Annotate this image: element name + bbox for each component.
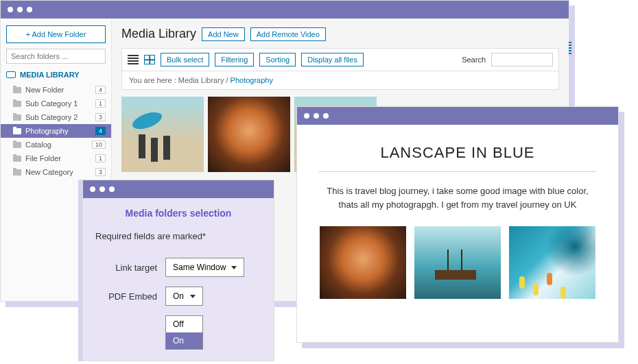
- page-title: Media Library: [121, 27, 196, 41]
- divider: [319, 171, 596, 172]
- window-dot[interactable]: [109, 186, 115, 192]
- pdf-embed-dropdown: OffOn: [165, 315, 203, 350]
- folder-name: New Folder: [25, 86, 64, 94]
- link-target-value: Same Window: [173, 263, 226, 272]
- sidebar-resize-handle[interactable]: [569, 42, 571, 54]
- library-icon: [6, 71, 16, 78]
- link-target-label: Link target: [95, 263, 157, 273]
- folder-icon: [13, 169, 21, 175]
- filtering-button[interactable]: Filtering: [215, 53, 254, 66]
- blog-image[interactable]: [414, 226, 501, 299]
- folder-name: Catalog: [25, 141, 51, 149]
- media-thumbnail[interactable]: [121, 97, 204, 172]
- media-thumbnail[interactable]: [208, 97, 290, 172]
- breadcrumb-current[interactable]: Photography: [231, 76, 273, 84]
- breadcrumb: You are here : Media Library / Photograp…: [121, 71, 559, 90]
- folder-count: 10: [92, 141, 106, 149]
- window-dot[interactable]: [314, 113, 319, 119]
- folder-count: 4: [95, 127, 106, 135]
- bulk-select-button[interactable]: Bulk select: [161, 53, 209, 66]
- folder-icon: [13, 156, 21, 162]
- sidebar-heading-label: MEDIA LIBRARY: [20, 71, 80, 79]
- search-folders-input[interactable]: [6, 49, 106, 64]
- sidebar-folder-item[interactable]: Sub Category 23: [6, 110, 106, 124]
- sidebar-folder-item[interactable]: New Category3: [6, 165, 106, 179]
- window-dot[interactable]: [27, 7, 32, 12]
- link-target-select[interactable]: Same Window: [165, 258, 244, 277]
- folder-count: 1: [95, 154, 106, 162]
- sidebar-folder-item[interactable]: File Folder1: [6, 151, 106, 165]
- folder-icon: [13, 87, 21, 93]
- folder-icon: [13, 128, 21, 134]
- chevron-down-icon: [190, 295, 196, 298]
- blog-image[interactable]: [320, 226, 406, 299]
- required-fields-text: Required fields are marked*: [95, 231, 261, 241]
- blog-preview-window: LANSCAPE IN BLUE This is travel blog jou…: [296, 106, 619, 343]
- folder-count: 1: [95, 99, 106, 108]
- breadcrumb-prefix: You are here :: [129, 76, 178, 84]
- window-dot[interactable]: [304, 113, 309, 119]
- folder-count: 3: [95, 113, 106, 121]
- titlebar[interactable]: [83, 180, 274, 198]
- folder-icon: [13, 101, 21, 107]
- window-dot[interactable]: [8, 7, 13, 12]
- titlebar[interactable]: [297, 107, 618, 125]
- sorting-button[interactable]: Sorting: [259, 53, 296, 66]
- search-label: Search: [462, 56, 486, 64]
- folder-count: 3: [95, 168, 106, 176]
- pdf-embed-value: On: [173, 291, 184, 301]
- folder-name: File Folder: [25, 154, 61, 162]
- pdf-embed-label: PDF Embed: [95, 291, 157, 302]
- breadcrumb-root[interactable]: Media Library: [178, 76, 224, 84]
- window-dot[interactable]: [90, 186, 95, 192]
- sidebar-folder-item[interactable]: Catalog10: [6, 138, 106, 151]
- dropdown-option[interactable]: Off: [166, 316, 202, 332]
- titlebar[interactable]: [1, 1, 569, 19]
- toolbar: Bulk select Filtering Sorting Display al…: [121, 48, 559, 71]
- sidebar-heading: MEDIA LIBRARY: [6, 71, 106, 79]
- window-dot[interactable]: [17, 7, 23, 12]
- folder-name: New Category: [25, 168, 73, 176]
- folder-icon: [13, 114, 21, 121]
- blog-title: LANSCAPE IN BLUE: [319, 144, 596, 162]
- dropdown-option[interactable]: On: [166, 332, 202, 349]
- blog-image-row: [319, 226, 596, 299]
- window-dot[interactable]: [323, 113, 329, 119]
- display-all-files-button[interactable]: Display all files: [301, 53, 364, 66]
- folder-name: Photography: [25, 127, 68, 135]
- folder-count: 4: [95, 86, 106, 94]
- media-folders-selection-modal: Media folders selection Required fields …: [82, 180, 274, 361]
- folder-name: Sub Category 2: [25, 113, 78, 121]
- grid-view-icon[interactable]: [144, 55, 155, 64]
- folder-name: Sub Category 1: [25, 99, 78, 108]
- folder-icon: [13, 142, 21, 148]
- chevron-down-icon: [231, 266, 237, 269]
- sidebar-folder-item[interactable]: New Folder4: [6, 83, 106, 97]
- search-input[interactable]: [491, 53, 553, 66]
- sidebar-folder-item[interactable]: Sub Category 11: [6, 97, 106, 110]
- add-remote-video-button[interactable]: Add Remote Video: [250, 27, 326, 41]
- blog-image[interactable]: [509, 226, 595, 299]
- modal-title: Media folders selection: [95, 208, 261, 219]
- blog-text: This is travel blog journey, i take some…: [319, 184, 596, 211]
- list-view-icon[interactable]: [128, 55, 139, 64]
- pdf-embed-select[interactable]: On: [165, 287, 203, 306]
- window-dot[interactable]: [99, 186, 105, 192]
- sidebar-folder-item[interactable]: Photography4: [1, 124, 111, 138]
- add-new-button[interactable]: Add New: [202, 27, 245, 41]
- add-new-folder-button[interactable]: + Add New Folder: [6, 25, 106, 43]
